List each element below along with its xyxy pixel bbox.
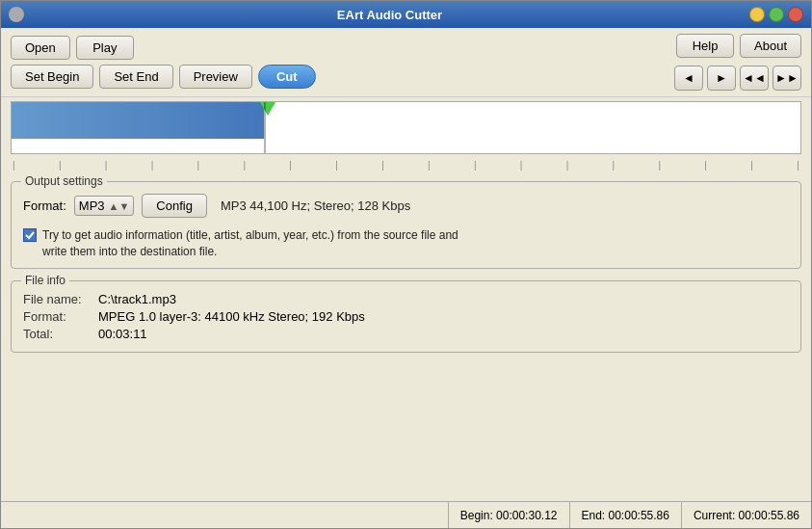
file-info-label: File info xyxy=(21,274,69,287)
status-text xyxy=(1,502,449,528)
close-button[interactable] xyxy=(788,7,803,22)
tick xyxy=(704,160,707,171)
toolbar-row-1: Open Play xyxy=(11,36,316,60)
toolbar-right: Help About ◄ ► ◄◄ ►► xyxy=(674,34,801,91)
format-row-info: Format: MPEG 1.0 layer-3: 44100 kHz Ster… xyxy=(23,309,789,324)
tick xyxy=(520,160,523,171)
tick xyxy=(13,160,15,171)
prev-button[interactable]: ◄ xyxy=(674,66,703,91)
cut-button[interactable]: Cut xyxy=(258,65,316,89)
tick xyxy=(59,160,62,171)
app-icon xyxy=(9,7,24,22)
open-button[interactable]: Open xyxy=(11,36,70,60)
format-select[interactable]: MP3 ▲▼ xyxy=(74,196,135,216)
waveform-cursor xyxy=(260,102,275,116)
checkbox-text: Try to get audio information (title, art… xyxy=(42,227,458,260)
minimize-button[interactable] xyxy=(749,7,765,22)
audio-info-checkbox[interactable] xyxy=(23,228,37,242)
tick xyxy=(566,160,569,171)
ruler-ticks xyxy=(11,160,801,171)
config-button[interactable]: Config xyxy=(142,194,207,218)
begin-status: Begin: 00:00:30.12 xyxy=(449,502,570,528)
preview-button[interactable]: Preview xyxy=(179,65,252,89)
tick xyxy=(197,160,200,171)
about-button[interactable]: About xyxy=(740,34,801,58)
tick xyxy=(381,160,384,171)
output-settings: Output settings Format: MP3 ▲▼ Config MP… xyxy=(11,181,801,269)
status-bar: Begin: 00:00:30.12 End: 00:00:55.86 Curr… xyxy=(1,501,811,528)
main-window: EArt Audio Cutter Open Play Set Begin Se… xyxy=(0,0,812,529)
toolbar-left: Open Play Set Begin Set End Preview Cut xyxy=(11,36,316,89)
help-button[interactable]: Help xyxy=(676,34,734,58)
current-status: Current: 00:00:55.86 xyxy=(682,502,811,528)
tick xyxy=(474,160,477,171)
waveform-filled xyxy=(12,102,264,139)
tick xyxy=(658,160,661,171)
waveform-area[interactable] xyxy=(11,101,801,154)
toolbar-row-2: Set Begin Set End Preview Cut xyxy=(11,65,316,89)
format-select-arrow-icon: ▲▼ xyxy=(109,200,130,212)
waveform-cursor-line xyxy=(264,102,266,153)
tick xyxy=(750,160,753,171)
format-value: MP3 xyxy=(79,198,105,213)
tick xyxy=(105,160,108,171)
play-button[interactable]: Play xyxy=(76,36,134,60)
tick xyxy=(428,160,431,171)
filename-value: C:\track1.mp3 xyxy=(98,292,176,306)
tick xyxy=(613,160,616,171)
tick xyxy=(289,160,292,171)
file-format-label: Format: xyxy=(23,309,91,324)
filename-row: File name: C:\track1.mp3 xyxy=(23,292,789,306)
set-end-button[interactable]: Set End xyxy=(99,65,172,89)
total-label: Total: xyxy=(23,327,91,341)
tick xyxy=(797,160,799,171)
next-fast-button[interactable]: ►► xyxy=(773,66,801,91)
format-row: Format: MP3 ▲▼ Config MP3 44,100 Hz; Ste… xyxy=(23,194,789,218)
total-value: 00:03:11 xyxy=(98,327,147,341)
format-label: Format: xyxy=(23,198,66,213)
window-title: EArt Audio Cutter xyxy=(30,8,749,22)
title-bar-left xyxy=(9,7,30,22)
window-controls xyxy=(749,7,803,22)
checkbox-row: Try to get audio information (title, art… xyxy=(23,227,789,260)
file-format-value: MPEG 1.0 layer-3: 44100 kHz Stereo; 192 … xyxy=(98,309,365,324)
nav-buttons: ◄ ► ◄◄ ►► xyxy=(674,66,801,91)
toolbar: Open Play Set Begin Set End Preview Cut … xyxy=(1,28,811,97)
tick xyxy=(243,160,246,171)
set-begin-button[interactable]: Set Begin xyxy=(11,65,93,89)
total-row: Total: 00:03:11 xyxy=(23,327,789,341)
end-status: End: 00:00:55.86 xyxy=(570,502,682,528)
tick xyxy=(335,160,338,171)
ruler xyxy=(11,160,801,175)
filename-label: File name: xyxy=(23,292,91,306)
output-settings-label: Output settings xyxy=(21,174,107,188)
tick xyxy=(151,160,154,171)
file-info: File info File name: C:\track1.mp3 Forma… xyxy=(11,280,801,353)
maximize-button[interactable] xyxy=(769,7,784,22)
format-info: MP3 44,100 Hz; Stereo; 128 Kbps xyxy=(221,198,410,213)
prev-fast-button[interactable]: ◄◄ xyxy=(740,66,769,91)
checkbox-container: Try to get audio information (title, art… xyxy=(23,227,458,260)
title-bar: EArt Audio Cutter xyxy=(1,1,811,28)
top-right-buttons: Help About xyxy=(676,34,801,58)
next-button[interactable]: ► xyxy=(707,66,736,91)
